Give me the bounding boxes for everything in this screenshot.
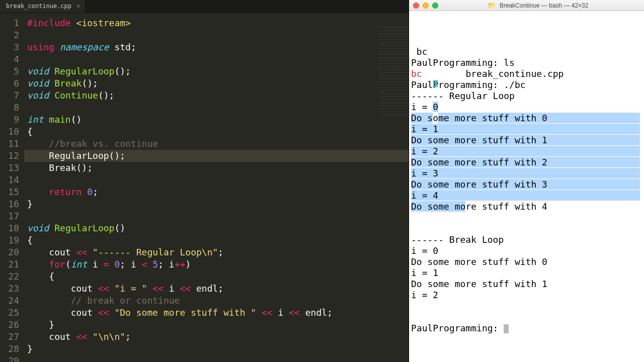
terminal-line: i = 1 [411, 124, 643, 135]
close-icon[interactable]: × [76, 3, 80, 10]
terminal-titlebar[interactable]: 📁 BreakContinue — bash — 42×32 [409, 0, 644, 11]
code-line[interactable]: { [27, 270, 409, 283]
line-number: 15 [0, 186, 19, 198]
line-number: 7 [0, 89, 19, 102]
line-number: 13 [0, 162, 19, 174]
line-number: 28 [0, 343, 19, 355]
code-area[interactable]: 1234567891011121314151617181920212223242… [0, 13, 409, 362]
code-line[interactable]: for(int i = 0; i < 5; i++) [27, 258, 409, 270]
code-line[interactable]: void RegularLoop() [27, 222, 409, 234]
code-editor: break_continue.cpp × 1234567891011121314… [0, 0, 409, 362]
line-number: 8 [0, 102, 19, 114]
code-line[interactable]: #include <iostream> [27, 17, 409, 29]
code-line[interactable]: // break or continue [27, 295, 409, 307]
minimap[interactable] [378, 27, 409, 118]
tab-break-continue[interactable]: break_continue.cpp × [0, 0, 86, 13]
terminal-line: bc [411, 46, 643, 57]
line-number: 4 [0, 53, 19, 65]
code-content[interactable]: #include <iostream>using namespace std;v… [24, 13, 409, 362]
terminal-cursor [504, 324, 509, 333]
code-line[interactable]: int main() [27, 114, 409, 126]
terminal-line: PaulProgramming: ls [411, 57, 643, 68]
line-number: 1 [0, 17, 19, 29]
terminal-line: Do some more stuff with 0 [411, 256, 643, 267]
code-line[interactable] [27, 210, 409, 222]
terminal-line: PaulProgramming: [411, 323, 643, 334]
terminal-line [411, 223, 643, 234]
code-line[interactable]: cout << "\n\n"; [27, 331, 409, 343]
code-line[interactable]: { [27, 234, 409, 246]
line-number: 23 [0, 283, 19, 295]
terminal-line: ------ Break Loop [411, 234, 643, 245]
line-number: 19 [0, 234, 19, 246]
code-line[interactable] [27, 53, 409, 65]
terminal-line: Do some more stuff with 0 [411, 113, 643, 124]
terminal-line [411, 212, 643, 223]
code-line[interactable]: } [27, 198, 409, 210]
code-line[interactable]: return 0; [27, 186, 409, 198]
terminal-window: 📁 BreakContinue — bash — 42×32 Ꮖ bcPaulP… [409, 0, 644, 362]
terminal-line: Do some more stuff with 2 [411, 157, 643, 168]
line-number: 20 [0, 246, 19, 258]
code-line[interactable]: Break(); [27, 162, 409, 174]
line-number: 24 [0, 295, 19, 307]
terminal-line: i = 1 [411, 267, 643, 279]
terminal-line: i = 2 [411, 146, 643, 157]
line-number: 9 [0, 114, 19, 126]
zoom-window-icon[interactable] [432, 3, 438, 9]
line-number: 6 [0, 77, 19, 89]
line-number: 5 [0, 65, 19, 77]
terminal-body[interactable]: Ꮖ bcPaulProgramming: lsbc break_continue… [409, 11, 644, 362]
code-line[interactable]: { [27, 126, 409, 138]
code-line[interactable] [27, 29, 409, 41]
line-number: 26 [0, 319, 19, 331]
code-line[interactable] [27, 102, 409, 114]
code-line[interactable]: } [27, 319, 409, 331]
terminal-line: Do some more stuff with 1 [411, 279, 643, 290]
line-number: 17 [0, 210, 19, 222]
line-number: 29 [0, 355, 19, 362]
code-line[interactable]: cout << "i = " << i << endl; [27, 283, 409, 295]
terminal-line: i = 2 [411, 290, 643, 301]
line-number: 12 [0, 150, 19, 162]
tab-label: break_continue.cpp [6, 3, 71, 10]
code-line[interactable]: using namespace std; [27, 41, 409, 53]
line-number: 25 [0, 307, 19, 319]
terminal-line: i = 3 [411, 168, 643, 179]
line-number: 18 [0, 222, 19, 234]
minimize-window-icon[interactable] [423, 3, 429, 9]
folder-icon: 📁 [488, 2, 496, 9]
window-controls [413, 3, 438, 9]
line-number-gutter: 1234567891011121314151617181920212223242… [0, 13, 24, 362]
line-number: 27 [0, 331, 19, 343]
terminal-line: Do some more stuff with 4 [411, 201, 643, 212]
terminal-line: ------ Regular Loop [411, 90, 643, 102]
line-number: 22 [0, 270, 19, 283]
code-line[interactable] [27, 355, 409, 362]
code-line[interactable]: } [27, 343, 409, 355]
line-number: 14 [0, 174, 19, 186]
code-line[interactable]: void Break(); [27, 77, 409, 89]
close-window-icon[interactable] [413, 3, 419, 9]
line-number: 21 [0, 258, 19, 270]
line-number: 16 [0, 198, 19, 210]
editor-tabbar: break_continue.cpp × [0, 0, 409, 13]
code-line[interactable]: //break vs. continue [27, 138, 409, 150]
line-number: 2 [0, 29, 19, 41]
terminal-line: Do some more stuff with 3 [411, 179, 643, 190]
terminal-line: bc break_continue.cpp [411, 68, 643, 79]
terminal-line [411, 301, 643, 312]
line-number: 11 [0, 138, 19, 150]
code-line[interactable]: void Continue(); [27, 89, 409, 102]
terminal-line: Do some more stuff with 1 [411, 135, 643, 146]
terminal-line [411, 312, 643, 323]
code-line[interactable]: cout << "Do some more stuff with " << i … [27, 307, 409, 319]
terminal-line: i = 4 [411, 190, 643, 201]
terminal-title-text: BreakContinue — bash — 42×32 [500, 2, 588, 9]
line-number: 3 [0, 41, 19, 53]
terminal-line: PaulProgramming: ./bc [411, 79, 643, 90]
line-number: 10 [0, 126, 19, 138]
code-line[interactable]: cout << "------ Regular Loop\n"; [27, 246, 409, 258]
code-line[interactable] [27, 174, 409, 186]
code-line[interactable]: void RegularLoop(); [27, 65, 409, 77]
